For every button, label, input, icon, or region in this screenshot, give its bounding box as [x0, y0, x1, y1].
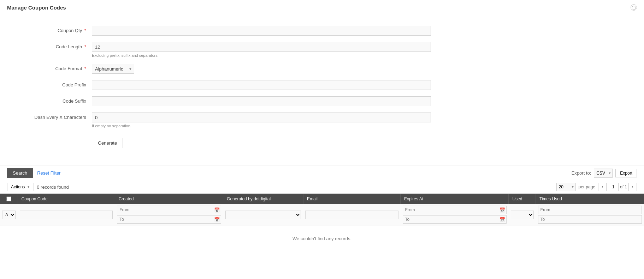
created-to-calendar-icon[interactable]: 📅 — [214, 217, 220, 222]
pagination-wrap: 20 30 50 100 ▼ per page ‹ of 1 › — [556, 183, 637, 191]
table-section: Coupon Code Created Generated by dotdigi… — [0, 194, 644, 252]
data-table: Coupon Code Created Generated by dotdigi… — [0, 194, 644, 252]
code-format-label: Code Format * — [14, 64, 92, 71]
expires-from-calendar-icon[interactable]: 📅 — [500, 207, 505, 213]
filter-created-from-input[interactable] — [117, 206, 221, 214]
filter-coupon-code-input[interactable] — [20, 211, 113, 219]
code-length-input[interactable] — [92, 42, 431, 52]
filter-any-select[interactable]: Any — [2, 211, 16, 219]
code-format-select-wrap: Alphanumeric Alphabetical Numeric ▼ — [92, 64, 134, 74]
page-header: Manage Coupon Codes ◯ — [0, 0, 644, 15]
generate-button[interactable]: Generate — [92, 138, 123, 148]
toolbar-right: Export to: CSV XML ▼ Export — [572, 169, 637, 178]
code-length-label: Code Length * — [14, 42, 92, 49]
filter-email-input[interactable] — [305, 211, 398, 219]
per-page-wrap: 20 30 50 100 ▼ — [556, 183, 576, 191]
code-suffix-wrap — [92, 96, 431, 106]
filter-coupon-code-col — [18, 204, 115, 225]
coupon-qty-label: Coupon Qty * — [14, 26, 92, 33]
th-checkbox — [0, 194, 18, 204]
code-suffix-input[interactable] — [92, 96, 431, 106]
page-of: of 1 — [620, 184, 627, 189]
search-button[interactable]: Search — [7, 168, 33, 178]
export-format-select[interactable]: CSV XML — [594, 169, 613, 178]
prev-page-button[interactable]: ‹ — [598, 183, 607, 191]
filter-times-used-from-input[interactable] — [538, 206, 642, 214]
filter-created-col: 📅 📅 — [115, 204, 223, 225]
page-title: Manage Coupon Codes — [7, 5, 66, 11]
page-wrapper: Manage Coupon Codes ◯ Coupon Qty * Code … — [0, 0, 644, 279]
filter-checkbox-col: Any — [0, 204, 18, 225]
filter-email-col — [303, 204, 400, 225]
actions-left: Actions ▼ 0 records found — [7, 183, 69, 191]
code-prefix-row: Code Prefix — [14, 80, 630, 90]
dash-input[interactable] — [92, 113, 431, 122]
no-records-row: We couldn't find any records. — [0, 225, 644, 252]
filter-generated-select[interactable] — [225, 211, 301, 219]
dash-hint: If empty no separation. — [92, 124, 431, 128]
code-format-wrap: Alphanumeric Alphabetical Numeric ▼ — [92, 64, 431, 74]
no-records-cell: We couldn't find any records. — [0, 225, 644, 252]
code-format-select[interactable]: Alphanumeric Alphabetical Numeric — [92, 64, 134, 74]
filter-times-used-col — [536, 204, 644, 225]
code-length-hint: Excluding prefix, suffix and separators. — [92, 53, 431, 57]
dash-row: Dash Every X Characters If empty no sepa… — [14, 113, 630, 128]
required-marker: * — [84, 44, 86, 49]
coupon-qty-input[interactable] — [92, 26, 431, 36]
code-length-wrap: Excluding prefix, suffix and separators. — [92, 42, 431, 57]
coupon-qty-wrap — [92, 26, 431, 36]
code-prefix-label: Code Prefix — [14, 80, 92, 87]
filter-generated-col — [223, 204, 303, 225]
export-button[interactable]: Export — [615, 169, 637, 177]
export-label: Export to: — [572, 170, 591, 176]
form-section: Coupon Qty * Code Length * Excluding pre… — [0, 15, 644, 165]
dash-label: Dash Every X Characters — [14, 113, 92, 120]
filter-used-select[interactable] — [511, 211, 534, 219]
actions-section: Actions ▼ 0 records found 20 30 50 100 ▼… — [0, 181, 644, 194]
th-created: Created — [115, 194, 223, 204]
select-all-checkbox[interactable] — [6, 196, 11, 201]
reset-filter-link[interactable]: Reset Filter — [37, 170, 60, 176]
next-page-button[interactable]: › — [628, 183, 637, 191]
filter-expires-from-input[interactable] — [403, 206, 507, 214]
records-count: 0 records found — [37, 184, 69, 190]
code-suffix-row: Code Suffix — [14, 96, 630, 106]
per-page-select[interactable]: 20 30 50 100 — [556, 183, 576, 191]
generate-wrap: Generate — [92, 134, 431, 148]
required-marker: * — [84, 28, 86, 33]
dash-wrap: If empty no separation. — [92, 113, 431, 128]
toolbar-left: Search Reset Filter — [7, 168, 61, 178]
th-expires-at: Expires At — [401, 194, 509, 204]
table-header-row: Coupon Code Created Generated by dotdigi… — [0, 194, 644, 204]
code-prefix-input[interactable] — [92, 80, 431, 90]
coupon-qty-row: Coupon Qty * — [14, 26, 630, 36]
filter-used-col — [509, 204, 536, 225]
created-from-calendar-icon[interactable]: 📅 — [214, 207, 220, 213]
th-email: Email — [303, 194, 400, 204]
filter-expires-col: 📅 📅 — [401, 204, 509, 225]
code-prefix-wrap — [92, 80, 431, 90]
code-length-row: Code Length * Excluding prefix, suffix a… — [14, 42, 630, 57]
actions-button[interactable]: Actions ▼ — [7, 183, 34, 191]
th-coupon-code: Coupon Code — [18, 194, 115, 204]
actions-arrow-icon: ▼ — [27, 185, 30, 189]
required-marker: * — [84, 66, 86, 71]
th-used: Used — [509, 194, 536, 204]
expires-to-calendar-icon[interactable]: 📅 — [500, 217, 505, 222]
close-icon[interactable]: ◯ — [631, 4, 637, 11]
code-format-row: Code Format * Alphanumeric Alphabetical … — [14, 64, 630, 74]
per-page-label: per page — [579, 184, 595, 189]
filter-expires-to-input[interactable] — [403, 215, 507, 224]
code-suffix-label: Code Suffix — [14, 96, 92, 104]
export-format-wrap: CSV XML ▼ — [594, 169, 613, 178]
filter-times-used-to-input[interactable] — [538, 215, 642, 224]
page-input[interactable] — [608, 183, 619, 191]
filter-created-to-input[interactable] — [117, 215, 221, 224]
generate-row: Generate — [14, 134, 630, 148]
toolbar-section: Search Reset Filter Export to: CSV XML ▼… — [0, 165, 644, 181]
filter-row: Any 📅 — [0, 204, 644, 225]
th-generated-by: Generated by dotdigital — [223, 194, 303, 204]
th-times-used: Times Used — [536, 194, 644, 204]
